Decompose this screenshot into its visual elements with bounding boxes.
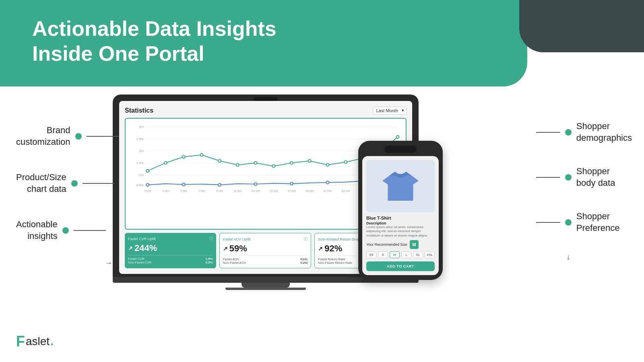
svg-text:17 Oct: 17 Oct (287, 189, 296, 192)
svg-text:19 Oct: 19 Oct (305, 189, 314, 192)
body-dot (565, 174, 572, 181)
demo-line (536, 132, 560, 133)
product-line (83, 183, 115, 184)
laptop-foot (225, 288, 306, 290)
brand-dot (75, 133, 82, 140)
svg-text:1 Oct: 1 Oct (144, 189, 151, 192)
demo-text: Shopperdemographics (576, 121, 632, 144)
size-s[interactable]: S (378, 251, 388, 258)
brand-label-text: Brandcustomization (16, 125, 70, 148)
cvr-row1: Faslet CVR 1.8% (128, 257, 213, 261)
aov-label: Faslet AOV Uplift (223, 237, 251, 241)
svg-point-13 (164, 161, 167, 164)
body-line (536, 177, 560, 178)
svg-point-19 (272, 165, 275, 167)
cvr-label: Faslet CVR Uplift (128, 237, 156, 241)
product-label-text: Product/Sizechart data (16, 172, 66, 195)
phone-outer: Blue T-Shirt Description Lorem ipsum dol… (358, 141, 443, 280)
aov-info-icon: ⓘ (304, 237, 308, 242)
svg-text:3%: 3% (139, 125, 143, 129)
rec-size-row: Your Recommended Size M (366, 240, 435, 249)
svg-text:9 Oct: 9 Oct (216, 189, 223, 192)
aov-row1-value: €241 (301, 257, 308, 261)
size-m[interactable]: M (390, 251, 400, 258)
left-labels: Brandcustomization Product/Sizechart dat… (16, 125, 119, 267)
actionable-label-text: Actionableinsights (16, 219, 58, 242)
cvr-row1-value: 1.8% (205, 257, 213, 261)
svg-text:5 Oct: 5 Oct (180, 189, 187, 192)
return-label: Size-Related Return Drop (318, 237, 359, 241)
svg-text:1%: 1% (139, 173, 143, 177)
svg-point-17 (236, 163, 239, 166)
svg-text:13 Oct: 13 Oct (252, 189, 260, 192)
svg-text:23 Oct: 23 Oct (342, 189, 350, 192)
left-label-actionable: Actionableinsights (16, 219, 119, 242)
logo: F aslet . (16, 333, 54, 350)
right-arrow-down: ↓ (566, 252, 632, 261)
cvr-row2-value: 0.5% (205, 261, 213, 264)
tshirt-svg (382, 168, 419, 204)
right-label-preference: ShopperPreference (536, 211, 632, 234)
aov-row2-value: €152 (301, 261, 308, 265)
logo-text: aslet (26, 335, 50, 348)
svg-point-18 (254, 161, 257, 164)
size-xxl[interactable]: XXL (425, 251, 435, 258)
size-xl[interactable]: XL (413, 251, 423, 258)
svg-point-22 (326, 163, 329, 166)
svg-text:7 Oct: 7 Oct (198, 189, 205, 192)
svg-text:11 Oct: 11 Oct (233, 189, 242, 192)
desc-label: Description (366, 221, 435, 225)
dash-header: Statistics Last Month (125, 107, 407, 115)
right-labels: Shopperdemographics Shopperbody data Sho… (536, 121, 632, 261)
cvr-row2: Non-Faslet CVR 0.5% (128, 261, 213, 264)
size-xs[interactable]: XS (366, 251, 376, 258)
brand-line (87, 136, 119, 137)
actionable-dot (62, 227, 69, 234)
top-right-shape (519, 0, 644, 52)
aov-row1-label: Faslet AOV (223, 257, 239, 261)
aov-divider (223, 255, 308, 256)
svg-point-15 (200, 154, 203, 156)
cvr-arrow: ↗ (128, 245, 133, 251)
phone-mockup: Blue T-Shirt Description Lorem ipsum dol… (358, 141, 443, 280)
cvr-header: Faslet CVR Uplift ⓘ (128, 236, 213, 241)
svg-point-28 (182, 183, 185, 186)
svg-point-32 (326, 181, 329, 184)
size-l[interactable]: L (401, 251, 411, 258)
aov-row1: Faslet AOV €241 (223, 257, 308, 261)
pref-line (536, 222, 560, 223)
svg-text:2%: 2% (139, 149, 143, 153)
svg-text:1.5%: 1.5% (136, 161, 144, 165)
hero-title-line1: Actionable Data Insights (32, 16, 277, 41)
rec-size-badge: M (410, 240, 419, 249)
svg-point-14 (182, 156, 185, 158)
svg-point-23 (344, 160, 347, 163)
svg-point-20 (290, 161, 293, 164)
aov-uplift-card: Faslet AOV Uplift ⓘ ↗ 59% Faslet AOV €24… (219, 233, 312, 268)
rec-size-label: Your Recommended Size (366, 243, 407, 247)
svg-point-26 (396, 136, 399, 138)
svg-point-21 (308, 159, 311, 162)
left-arrow: → (105, 258, 119, 267)
cvr-divider (128, 255, 213, 255)
add-to-cart-button[interactable]: ADD TO CART (366, 261, 435, 271)
aov-arrow: ↗ (223, 245, 228, 252)
svg-point-30 (254, 183, 257, 185)
svg-point-29 (218, 183, 221, 186)
pref-text: ShopperPreference (576, 211, 620, 234)
logo-dot: . (50, 335, 54, 348)
period-dropdown[interactable]: Last Month (373, 107, 407, 115)
laptop-stand (242, 283, 290, 288)
return-number: 92% (324, 243, 342, 254)
laptop-notch (254, 97, 278, 101)
product-image (366, 160, 435, 212)
aov-row2-label: Non-Faslet AOV (223, 261, 246, 265)
cvr-value: ↗ 244% (128, 243, 213, 253)
svg-point-31 (290, 182, 293, 185)
svg-point-27 (146, 183, 149, 186)
product-name: Blue T-Shirt (366, 216, 435, 220)
svg-text:21 Oct: 21 Oct (324, 189, 332, 192)
aov-row2: Non-Faslet AOV €152 (223, 261, 308, 265)
cvr-number: 244% (134, 243, 157, 253)
actionable-line (74, 230, 106, 231)
